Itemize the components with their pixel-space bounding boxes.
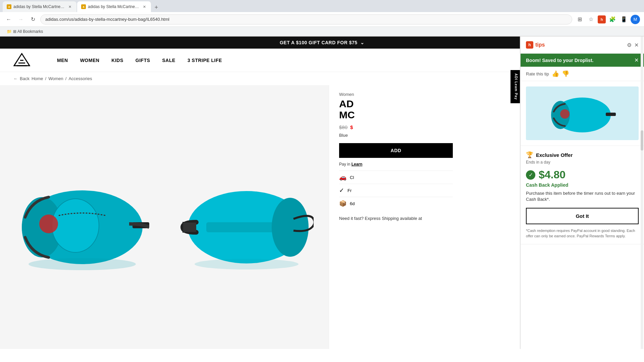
pay-text: Pay in xyxy=(339,162,350,167)
feature-icon-3: 📦 xyxy=(339,200,346,207)
tabs-bar: a adidas by Stella McCartney Bum... ✕ a … xyxy=(0,0,644,12)
bag-svg-left xyxy=(15,160,149,274)
product-title-line1: AD xyxy=(339,98,453,109)
breadcrumb-women[interactable]: Women xyxy=(48,76,63,81)
product-preview xyxy=(521,85,644,146)
product-category: Women xyxy=(339,92,453,97)
svg-rect-12 xyxy=(206,222,280,232)
svg-rect-17 xyxy=(606,113,616,116)
svg-point-16 xyxy=(560,109,570,119)
feature-item-3: 📦 6d xyxy=(339,197,453,210)
pay-options: Pay in Learn xyxy=(339,162,453,167)
color-label: Blue xyxy=(339,133,453,138)
cashback-amount-text: $4.80 xyxy=(539,169,566,181)
product-details: Women AD MC $80 $ Blue ADD Pay in Learn … xyxy=(329,85,463,349)
promo-chevron: ⌄ xyxy=(360,40,365,45)
need-fast-text: Need it fast? Express Shipping available… xyxy=(339,215,453,222)
breadcrumb-accessories[interactable]: Accessories xyxy=(68,76,92,81)
url-field[interactable] xyxy=(40,14,572,24)
bag-image-left xyxy=(0,85,164,349)
bag-svg-right xyxy=(179,160,314,274)
browser-chrome: a adidas by Stella McCartney Bum... ✕ a … xyxy=(0,0,644,37)
preview-image xyxy=(526,86,639,140)
tab-2-close[interactable]: ✕ xyxy=(142,4,147,9)
tips-panel: h tips ⚙ ✕ Boom! Saved to your Droplist.… xyxy=(520,85,644,349)
panel-scrollbar[interactable] xyxy=(641,85,643,349)
bookmarks-bar: 📁 ⊞ All Bookmarks xyxy=(0,27,644,36)
nav-women[interactable]: WOMEN xyxy=(80,58,100,63)
back-button[interactable]: ← xyxy=(4,15,13,24)
offer-header: 🏆 Exclusive Offer xyxy=(526,151,639,159)
learn-more-link[interactable]: Learn xyxy=(352,162,363,167)
toolbar-icons: ⊞ ☆ h 🧩 📱 M xyxy=(575,15,640,24)
price-sale: $ xyxy=(350,124,353,130)
offer-card: 🏆 Exclusive Offer Ends in a day ✓ $4.80 … xyxy=(521,146,644,244)
panel-scrollable: Boom! Saved to your Droplist. ✕ Rate thi… xyxy=(521,85,644,349)
forward-button[interactable]: → xyxy=(16,15,25,24)
svg-point-13 xyxy=(195,259,299,269)
back-link[interactable]: Back xyxy=(20,76,30,81)
tab-2[interactable]: a adidas by Stella McCartney Bum... ✕ xyxy=(77,1,151,12)
feature-icon-2: ✓ xyxy=(339,187,344,194)
product-area: Women AD MC $80 $ Blue ADD Pay in Learn … xyxy=(0,85,644,349)
breadcrumb-sep-2: / xyxy=(65,76,67,81)
features-list: 🚗 Cl ✓ Fr 📦 6d xyxy=(339,171,453,210)
nav-stripe-life[interactable]: 3 STRIPE LIFE xyxy=(187,58,222,63)
cashback-amount: ✓ $4.80 xyxy=(526,169,639,181)
svg-point-7 xyxy=(39,215,58,233)
feature-icon-1: 🚗 xyxy=(339,174,346,181)
adidas-logo[interactable] xyxy=(13,53,30,68)
nav-kids[interactable]: KIDS xyxy=(111,58,123,63)
feature-item-1: 🚗 Cl xyxy=(339,171,453,184)
feature-item-2: ✓ Fr xyxy=(339,184,453,197)
profile-avatar[interactable]: M xyxy=(631,15,640,24)
puzzle-icon[interactable]: 🧩 xyxy=(608,15,617,24)
product-title: AD MC xyxy=(339,98,453,120)
bookmarks-folder-icon: 📁 xyxy=(7,29,12,34)
extensions-button[interactable]: ⊞ xyxy=(575,15,584,24)
product-price: $80 $ xyxy=(339,124,453,130)
tab-2-favicon: a xyxy=(81,4,86,9)
disclaimer-text: *Cash redemption requires PayPal account… xyxy=(526,228,639,239)
offer-subtitle: Ends in a day xyxy=(526,160,639,165)
cashback-description: Purchase this item before the timer runs… xyxy=(526,190,639,202)
honey-toolbar-icon[interactable]: h xyxy=(598,15,606,23)
side-accent-dark[interactable]: ADI Leam Pay xyxy=(511,85,520,103)
add-to-bag-button[interactable]: ADD xyxy=(339,143,453,158)
address-bar: ← → ↻ ⊞ ☆ h 🧩 📱 M xyxy=(0,12,644,27)
feature-text-2: Fr xyxy=(347,188,352,193)
nav-men[interactable]: MEN xyxy=(57,58,68,63)
tab-1-close[interactable]: ✕ xyxy=(67,4,72,9)
refresh-button[interactable]: ↻ xyxy=(28,15,38,24)
tab-1-favicon: a xyxy=(7,4,11,9)
breadcrumb-home[interactable]: Home xyxy=(32,76,43,81)
bookmarks-label[interactable]: 📁 ⊞ All Bookmarks xyxy=(4,28,46,35)
new-tab-button[interactable]: + xyxy=(152,3,161,12)
nav-gifts[interactable]: GIFTS xyxy=(136,58,150,63)
panel-scrollbar-thumb xyxy=(641,130,643,150)
tab-2-title: adidas by Stella McCartney Bum... xyxy=(88,4,140,9)
got-it-button[interactable]: Got It xyxy=(526,208,639,224)
product-image-right xyxy=(164,85,329,349)
page-content: GET A $100 GIFT CARD FOR $75 ⌄ MEN WOMEN… xyxy=(0,37,644,349)
product-image-left xyxy=(0,85,164,349)
breadcrumb-sep-1: / xyxy=(45,76,47,81)
nav-sale[interactable]: SALE xyxy=(162,58,175,63)
preview-bag-svg xyxy=(549,90,616,137)
cashback-label: Cash Back Applied xyxy=(526,182,639,188)
feature-text-1: Cl xyxy=(350,175,354,180)
adidas-logo-svg xyxy=(13,53,30,66)
bookmark-star[interactable]: ☆ xyxy=(586,15,596,24)
svg-point-6 xyxy=(52,199,99,252)
svg-marker-0 xyxy=(14,54,30,66)
tab-1[interactable]: a adidas by Stella McCartney Bum... ✕ xyxy=(3,1,76,12)
back-arrow-icon: ← xyxy=(13,76,18,81)
tab-1-title: adidas by Stella McCartney Bum... xyxy=(13,4,65,9)
promo-text: GET A $100 GIFT CARD FOR $75 xyxy=(280,40,358,45)
offer-title: Exclusive Offer xyxy=(536,152,573,158)
bag-image-right xyxy=(164,85,329,349)
phone-icon[interactable]: 📱 xyxy=(619,15,629,24)
feature-text-3: 6d xyxy=(350,201,355,206)
svg-point-9 xyxy=(29,258,136,270)
offer-badge-icon: 🏆 xyxy=(526,151,533,159)
